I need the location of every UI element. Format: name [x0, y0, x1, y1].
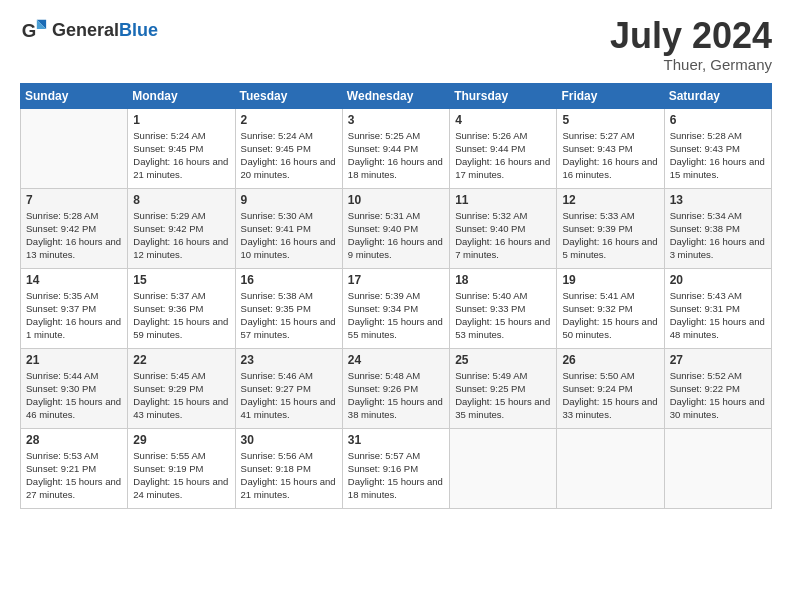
calendar-table: Sunday Monday Tuesday Wednesday Thursday… — [20, 83, 772, 509]
day-number: 14 — [26, 273, 122, 287]
table-row — [557, 428, 664, 508]
table-row: 10Sunrise: 5:31 AMSunset: 9:40 PMDayligh… — [342, 188, 449, 268]
day-info: Sunrise: 5:35 AMSunset: 9:37 PMDaylight:… — [26, 289, 122, 342]
table-row: 5Sunrise: 5:27 AMSunset: 9:43 PMDaylight… — [557, 108, 664, 188]
day-info: Sunrise: 5:30 AMSunset: 9:41 PMDaylight:… — [241, 209, 337, 262]
table-row: 7Sunrise: 5:28 AMSunset: 9:42 PMDaylight… — [21, 188, 128, 268]
day-number: 7 — [26, 193, 122, 207]
col-sunday: Sunday — [21, 83, 128, 108]
day-number: 26 — [562, 353, 658, 367]
calendar-week-4: 21Sunrise: 5:44 AMSunset: 9:30 PMDayligh… — [21, 348, 772, 428]
day-info: Sunrise: 5:48 AMSunset: 9:26 PMDaylight:… — [348, 369, 444, 422]
day-info: Sunrise: 5:46 AMSunset: 9:27 PMDaylight:… — [241, 369, 337, 422]
day-number: 24 — [348, 353, 444, 367]
day-info: Sunrise: 5:31 AMSunset: 9:40 PMDaylight:… — [348, 209, 444, 262]
table-row: 6Sunrise: 5:28 AMSunset: 9:43 PMDaylight… — [664, 108, 771, 188]
table-row: 25Sunrise: 5:49 AMSunset: 9:25 PMDayligh… — [450, 348, 557, 428]
table-row: 12Sunrise: 5:33 AMSunset: 9:39 PMDayligh… — [557, 188, 664, 268]
day-info: Sunrise: 5:56 AMSunset: 9:18 PMDaylight:… — [241, 449, 337, 502]
day-number: 8 — [133, 193, 229, 207]
table-row: 9Sunrise: 5:30 AMSunset: 9:41 PMDaylight… — [235, 188, 342, 268]
day-info: Sunrise: 5:28 AMSunset: 9:43 PMDaylight:… — [670, 129, 766, 182]
table-row: 2Sunrise: 5:24 AMSunset: 9:45 PMDaylight… — [235, 108, 342, 188]
day-info: Sunrise: 5:52 AMSunset: 9:22 PMDaylight:… — [670, 369, 766, 422]
day-info: Sunrise: 5:33 AMSunset: 9:39 PMDaylight:… — [562, 209, 658, 262]
day-number: 2 — [241, 113, 337, 127]
day-info: Sunrise: 5:24 AMSunset: 9:45 PMDaylight:… — [133, 129, 229, 182]
header-row: Sunday Monday Tuesday Wednesday Thursday… — [21, 83, 772, 108]
day-number: 23 — [241, 353, 337, 367]
table-row: 21Sunrise: 5:44 AMSunset: 9:30 PMDayligh… — [21, 348, 128, 428]
col-tuesday: Tuesday — [235, 83, 342, 108]
page-container: G General Blue July 2024 Thuer, Germany … — [0, 0, 792, 519]
table-row: 23Sunrise: 5:46 AMSunset: 9:27 PMDayligh… — [235, 348, 342, 428]
table-row: 30Sunrise: 5:56 AMSunset: 9:18 PMDayligh… — [235, 428, 342, 508]
table-row: 8Sunrise: 5:29 AMSunset: 9:42 PMDaylight… — [128, 188, 235, 268]
table-row: 24Sunrise: 5:48 AMSunset: 9:26 PMDayligh… — [342, 348, 449, 428]
day-info: Sunrise: 5:32 AMSunset: 9:40 PMDaylight:… — [455, 209, 551, 262]
day-number: 22 — [133, 353, 229, 367]
col-wednesday: Wednesday — [342, 83, 449, 108]
day-number: 29 — [133, 433, 229, 447]
day-number: 28 — [26, 433, 122, 447]
table-row: 27Sunrise: 5:52 AMSunset: 9:22 PMDayligh… — [664, 348, 771, 428]
day-number: 16 — [241, 273, 337, 287]
day-number: 13 — [670, 193, 766, 207]
day-number: 11 — [455, 193, 551, 207]
day-number: 10 — [348, 193, 444, 207]
day-info: Sunrise: 5:25 AMSunset: 9:44 PMDaylight:… — [348, 129, 444, 182]
day-number: 31 — [348, 433, 444, 447]
day-info: Sunrise: 5:41 AMSunset: 9:32 PMDaylight:… — [562, 289, 658, 342]
calendar-week-2: 7Sunrise: 5:28 AMSunset: 9:42 PMDaylight… — [21, 188, 772, 268]
col-saturday: Saturday — [664, 83, 771, 108]
table-row: 18Sunrise: 5:40 AMSunset: 9:33 PMDayligh… — [450, 268, 557, 348]
day-number: 5 — [562, 113, 658, 127]
day-info: Sunrise: 5:40 AMSunset: 9:33 PMDaylight:… — [455, 289, 551, 342]
day-info: Sunrise: 5:45 AMSunset: 9:29 PMDaylight:… — [133, 369, 229, 422]
day-info: Sunrise: 5:44 AMSunset: 9:30 PMDaylight:… — [26, 369, 122, 422]
day-number: 20 — [670, 273, 766, 287]
day-info: Sunrise: 5:43 AMSunset: 9:31 PMDaylight:… — [670, 289, 766, 342]
day-number: 12 — [562, 193, 658, 207]
day-number: 1 — [133, 113, 229, 127]
day-number: 21 — [26, 353, 122, 367]
logo-icon: G — [20, 16, 48, 44]
table-row: 22Sunrise: 5:45 AMSunset: 9:29 PMDayligh… — [128, 348, 235, 428]
table-row: 15Sunrise: 5:37 AMSunset: 9:36 PMDayligh… — [128, 268, 235, 348]
month-year: July 2024 — [610, 16, 772, 56]
table-row: 16Sunrise: 5:38 AMSunset: 9:35 PMDayligh… — [235, 268, 342, 348]
day-info: Sunrise: 5:26 AMSunset: 9:44 PMDaylight:… — [455, 129, 551, 182]
title-block: July 2024 Thuer, Germany — [610, 16, 772, 73]
table-row: 1Sunrise: 5:24 AMSunset: 9:45 PMDaylight… — [128, 108, 235, 188]
day-number: 27 — [670, 353, 766, 367]
table-row: 20Sunrise: 5:43 AMSunset: 9:31 PMDayligh… — [664, 268, 771, 348]
day-info: Sunrise: 5:27 AMSunset: 9:43 PMDaylight:… — [562, 129, 658, 182]
table-row — [450, 428, 557, 508]
day-number: 19 — [562, 273, 658, 287]
day-info: Sunrise: 5:37 AMSunset: 9:36 PMDaylight:… — [133, 289, 229, 342]
day-number: 4 — [455, 113, 551, 127]
table-row: 19Sunrise: 5:41 AMSunset: 9:32 PMDayligh… — [557, 268, 664, 348]
day-number: 6 — [670, 113, 766, 127]
table-row: 29Sunrise: 5:55 AMSunset: 9:19 PMDayligh… — [128, 428, 235, 508]
col-friday: Friday — [557, 83, 664, 108]
col-monday: Monday — [128, 83, 235, 108]
table-row — [21, 108, 128, 188]
calendar-week-1: 1Sunrise: 5:24 AMSunset: 9:45 PMDaylight… — [21, 108, 772, 188]
svg-text:G: G — [22, 20, 37, 41]
day-number: 9 — [241, 193, 337, 207]
calendar-week-3: 14Sunrise: 5:35 AMSunset: 9:37 PMDayligh… — [21, 268, 772, 348]
calendar-week-5: 28Sunrise: 5:53 AMSunset: 9:21 PMDayligh… — [21, 428, 772, 508]
table-row: 4Sunrise: 5:26 AMSunset: 9:44 PMDaylight… — [450, 108, 557, 188]
table-row: 3Sunrise: 5:25 AMSunset: 9:44 PMDaylight… — [342, 108, 449, 188]
table-row — [664, 428, 771, 508]
day-info: Sunrise: 5:29 AMSunset: 9:42 PMDaylight:… — [133, 209, 229, 262]
table-row: 28Sunrise: 5:53 AMSunset: 9:21 PMDayligh… — [21, 428, 128, 508]
logo-text-block: General Blue — [52, 20, 158, 41]
day-info: Sunrise: 5:24 AMSunset: 9:45 PMDaylight:… — [241, 129, 337, 182]
day-number: 3 — [348, 113, 444, 127]
day-number: 17 — [348, 273, 444, 287]
day-info: Sunrise: 5:38 AMSunset: 9:35 PMDaylight:… — [241, 289, 337, 342]
day-info: Sunrise: 5:28 AMSunset: 9:42 PMDaylight:… — [26, 209, 122, 262]
logo-blue: Blue — [119, 20, 158, 41]
